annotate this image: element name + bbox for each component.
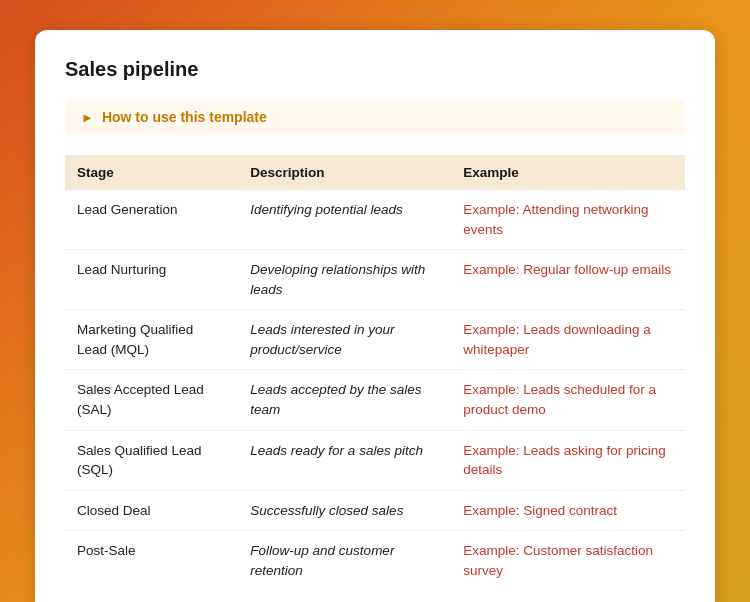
cell-example: Example: Leads scheduled for a product d… <box>451 370 685 430</box>
pipeline-table: Stage Description Example Lead Generatio… <box>65 155 685 590</box>
cell-stage: Sales Qualified Lead (SQL) <box>65 430 238 490</box>
table-row: Marketing Qualified Lead (MQL)Leads inte… <box>65 310 685 370</box>
cell-stage: Sales Accepted Lead (SAL) <box>65 370 238 430</box>
cell-description: Developing relationships with leads <box>238 250 451 310</box>
cell-description: Leads ready for a sales pitch <box>238 430 451 490</box>
cell-example: Example: Signed contract <box>451 490 685 531</box>
cell-stage: Closed Deal <box>65 490 238 531</box>
card-title: Sales pipeline <box>65 58 685 81</box>
how-to-banner[interactable]: ► How to use this template <box>65 99 685 135</box>
cell-stage: Post-Sale <box>65 531 238 591</box>
cell-example: Example: Attending networking events <box>451 190 685 250</box>
cell-example: Example: Leads asking for pricing detail… <box>451 430 685 490</box>
cell-description: Leads accepted by the sales team <box>238 370 451 430</box>
cell-stage: Lead Generation <box>65 190 238 250</box>
cell-description: Identifying potential leads <box>238 190 451 250</box>
cell-example: Example: Customer satisfaction survey <box>451 531 685 591</box>
table-row: Sales Qualified Lead (SQL)Leads ready fo… <box>65 430 685 490</box>
table-row: Lead NurturingDeveloping relationships w… <box>65 250 685 310</box>
table-row: Closed DealSuccessfully closed salesExam… <box>65 490 685 531</box>
cell-example: Example: Leads downloading a whitepaper <box>451 310 685 370</box>
col-example: Example <box>451 155 685 190</box>
table-row: Sales Accepted Lead (SAL)Leads accepted … <box>65 370 685 430</box>
sales-pipeline-card: Sales pipeline ► How to use this templat… <box>35 30 715 602</box>
cell-stage: Marketing Qualified Lead (MQL) <box>65 310 238 370</box>
col-stage: Stage <box>65 155 238 190</box>
cell-description: Successfully closed sales <box>238 490 451 531</box>
table-row: Lead GenerationIdentifying potential lea… <box>65 190 685 250</box>
col-description: Description <box>238 155 451 190</box>
table-row: Post-SaleFollow-up and customer retentio… <box>65 531 685 591</box>
expand-icon: ► <box>81 110 94 125</box>
cell-example: Example: Regular follow-up emails <box>451 250 685 310</box>
cell-stage: Lead Nurturing <box>65 250 238 310</box>
how-to-label: How to use this template <box>102 109 267 125</box>
table-header-row: Stage Description Example <box>65 155 685 190</box>
cell-description: Leads interested in your product/service <box>238 310 451 370</box>
cell-description: Follow-up and customer retention <box>238 531 451 591</box>
